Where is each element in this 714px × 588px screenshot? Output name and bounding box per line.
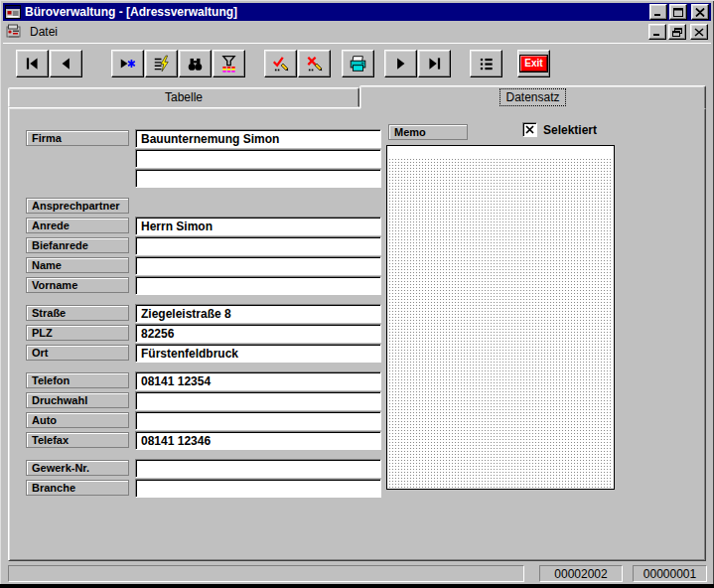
- field-input-straße[interactable]: Ziegeleistraße 8: [135, 304, 381, 323]
- field-label-straße: Straße: [26, 305, 129, 321]
- field-input-biefanrede[interactable]: [135, 236, 381, 255]
- print-icon: [349, 55, 367, 73]
- last-record-icon: [425, 55, 444, 73]
- field-input-branche[interactable]: [135, 479, 381, 498]
- field-input-vorname[interactable]: [135, 276, 381, 295]
- minimize-icon: [653, 8, 663, 17]
- minimize-icon: [652, 28, 662, 37]
- field-input-auto[interactable]: [135, 411, 381, 430]
- field-label-name: Name: [26, 257, 129, 273]
- toolbar-group: [264, 50, 332, 77]
- list-view-icon: [477, 55, 496, 73]
- mdi-restore-button[interactable]: [668, 24, 686, 40]
- close-icon: [694, 28, 704, 37]
- list-view-button[interactable]: [470, 50, 502, 77]
- field-label-gewerk-nr-: Gewerk-Nr.: [26, 460, 129, 476]
- new-record-icon: [118, 55, 137, 73]
- memo-textarea[interactable]: [386, 145, 615, 490]
- field-input-druchwahl[interactable]: [135, 391, 381, 410]
- last-record-button[interactable]: [418, 50, 451, 77]
- tab-label: Tabelle: [165, 90, 203, 104]
- document-icon: [6, 24, 23, 40]
- field-input[interactable]: [135, 169, 381, 188]
- close-button[interactable]: [691, 4, 709, 20]
- next-record-icon: [391, 55, 410, 73]
- field-label-anrede: Anrede: [26, 218, 129, 233]
- field-label-auto: Auto: [26, 412, 129, 428]
- tab-datensatz[interactable]: Datensatz: [359, 85, 706, 109]
- field-label-biefanrede: Biefanrede: [26, 237, 129, 253]
- exit-button[interactable]: Exit: [517, 50, 550, 77]
- field-label-telefax: Telefax: [26, 432, 129, 448]
- field-input-telefax[interactable]: 08141 12346: [135, 431, 381, 450]
- field-label-telefon: Telefon: [26, 372, 129, 388]
- tab-tabelle[interactable]: Tabelle: [8, 87, 359, 107]
- new-record-button[interactable]: [111, 50, 144, 77]
- app-icon: [5, 4, 21, 20]
- mdi-window-controls: [646, 24, 708, 40]
- exit-label: Exit: [520, 56, 546, 72]
- selektiert-label: Selektiert: [543, 123, 597, 137]
- toolbar-group: [384, 50, 452, 77]
- close-icon: [695, 8, 705, 17]
- field-label-vorname: Vorname: [26, 277, 129, 293]
- toolbar-group: [16, 50, 83, 77]
- toolbar-group: Exit: [517, 50, 551, 77]
- menu-datei[interactable]: Datei: [23, 23, 65, 41]
- filter-button[interactable]: [213, 50, 245, 77]
- field-input-telefon[interactable]: 08141 12354: [135, 371, 381, 390]
- toolbar: Exit: [3, 43, 711, 83]
- cancel-edit-button[interactable]: [298, 50, 331, 77]
- memo-label: Memo: [388, 124, 468, 140]
- menubar: Datei: [3, 21, 711, 43]
- restore-icon: [672, 28, 682, 37]
- next-record-button[interactable]: [384, 50, 417, 77]
- first-record-button[interactable]: [16, 50, 49, 77]
- field-label-druchwahl: Druchwahl: [26, 392, 129, 408]
- memo-pattern: [388, 158, 613, 488]
- field-label-ansprechpartner: Ansprechpartner: [26, 198, 129, 214]
- selektiert-checkbox-row: Selektiert: [522, 122, 597, 137]
- mdi-close-button[interactable]: [690, 24, 708, 40]
- field-input-ort[interactable]: Fürstenfeldbruck: [135, 344, 381, 363]
- status-message-panel: [8, 565, 524, 582]
- tabbar: TabelleDatensatz: [8, 85, 706, 107]
- post-edit-button[interactable]: [264, 50, 297, 77]
- toolbar-group: [342, 50, 375, 77]
- status-record-id-panel: 00002002: [539, 565, 623, 582]
- window-bottom-edge: [0, 584, 714, 588]
- filter-icon: [219, 55, 238, 73]
- mdi-minimize-button[interactable]: [648, 24, 666, 40]
- toolbar-group: [470, 50, 503, 77]
- find-icon: [186, 55, 205, 73]
- prev-record-button[interactable]: [50, 50, 82, 77]
- print-button[interactable]: [342, 50, 374, 77]
- field-input[interactable]: [135, 149, 381, 168]
- field-input-firma[interactable]: Bauunternemung Simon: [135, 129, 381, 148]
- prev-record-icon: [57, 55, 75, 73]
- field-label-firma: Firma: [26, 130, 129, 146]
- cancel-edit-icon: [305, 55, 324, 73]
- datensatz-page: FirmaBauunternemung SimonAnsprechpartner…: [8, 107, 706, 561]
- statusbar: 00002002 00000001: [3, 563, 711, 584]
- window-title: Büroverwaltung - [Adressverwaltung]: [25, 5, 647, 19]
- selektiert-checkbox[interactable]: [522, 122, 537, 137]
- field-label-plz: PLZ: [26, 325, 129, 341]
- field-input-anrede[interactable]: Herrn Simon: [135, 217, 381, 235]
- tab-label: Datensatz: [500, 89, 564, 105]
- edit-record-button[interactable]: [145, 50, 178, 77]
- toolbar-group: [111, 50, 246, 77]
- field-input-gewerk-nr-[interactable]: [135, 459, 381, 478]
- field-label-ort: Ort: [26, 345, 129, 361]
- field-input-name[interactable]: [135, 256, 381, 275]
- maximize-icon: [673, 8, 683, 17]
- application-window: Büroverwaltung - [Adressverwaltung] Date…: [0, 0, 714, 588]
- checkmark-x-icon: [524, 124, 535, 135]
- field-label-branche: Branche: [26, 480, 129, 496]
- find-button[interactable]: [179, 50, 212, 77]
- maximize-button[interactable]: [669, 4, 687, 20]
- status-record-count-panel: 00000001: [633, 565, 707, 582]
- minimize-button[interactable]: [649, 4, 667, 20]
- field-input-plz[interactable]: 82256: [135, 324, 381, 343]
- edit-record-icon: [152, 55, 171, 73]
